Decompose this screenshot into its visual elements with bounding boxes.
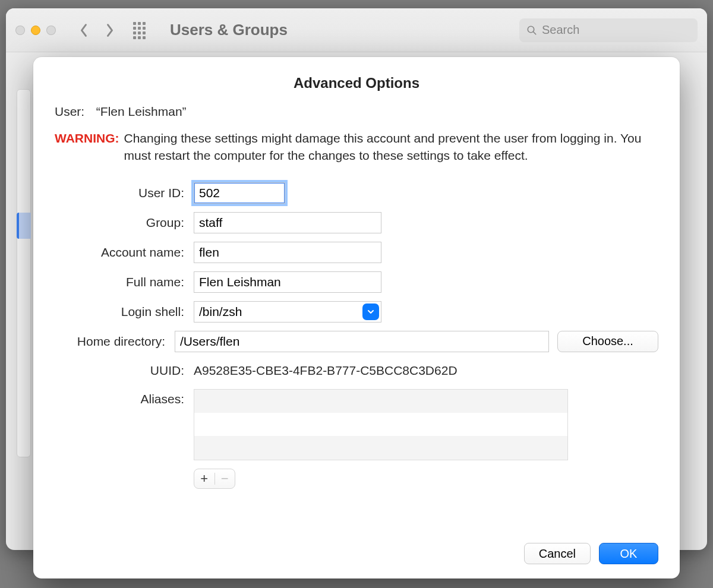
aliases-label: Aliases: bbox=[57, 389, 194, 409]
full-name-input[interactable] bbox=[194, 271, 381, 293]
user-line: User: “Flen Leishman” bbox=[55, 105, 658, 119]
chevron-right-icon bbox=[106, 23, 114, 37]
account-name-input[interactable] bbox=[194, 242, 381, 263]
window-title: Users & Groups bbox=[170, 21, 288, 39]
choose-button[interactable]: Choose... bbox=[557, 331, 658, 352]
login-shell-dropdown[interactable] bbox=[362, 304, 379, 320]
add-alias-button[interactable]: + bbox=[194, 469, 214, 488]
user-name: “Flen Leishman” bbox=[96, 105, 187, 118]
back-button[interactable] bbox=[75, 18, 93, 42]
search-field[interactable]: Search bbox=[519, 18, 698, 42]
ok-button[interactable]: OK bbox=[599, 543, 658, 564]
login-shell-combobox[interactable] bbox=[194, 301, 381, 323]
window-controls bbox=[15, 26, 56, 35]
cancel-button[interactable]: Cancel bbox=[524, 543, 591, 564]
aliases-list[interactable] bbox=[194, 389, 568, 460]
minimize-icon[interactable] bbox=[31, 26, 40, 35]
titlebar: Users & Groups Search bbox=[6, 8, 707, 52]
uuid-label: UUID: bbox=[57, 361, 194, 381]
sheet-footer: Cancel OK bbox=[55, 531, 658, 564]
minus-icon: − bbox=[221, 471, 229, 486]
svg-line-1 bbox=[533, 31, 536, 34]
close-icon[interactable] bbox=[15, 26, 25, 35]
plus-icon: + bbox=[200, 471, 208, 486]
zoom-icon[interactable] bbox=[46, 26, 56, 35]
account-name-label: Account name: bbox=[57, 242, 194, 263]
sidebar bbox=[17, 89, 31, 457]
sheet-title: Advanced Options bbox=[55, 75, 658, 91]
warning-block: WARNING: Changing these settings might d… bbox=[55, 129, 658, 165]
sidebar-selection bbox=[17, 213, 31, 239]
user-id-input[interactable] bbox=[194, 182, 285, 204]
search-icon bbox=[526, 25, 537, 36]
full-name-label: Full name: bbox=[57, 272, 194, 292]
chevron-left-icon bbox=[80, 23, 88, 37]
group-input[interactable] bbox=[194, 212, 381, 233]
warning-text: Changing these settings might damage thi… bbox=[124, 129, 659, 165]
list-item[interactable] bbox=[194, 413, 567, 436]
login-shell-label: Login shell: bbox=[57, 302, 194, 322]
uuid-value: A9528E35-CBE3-4FB2-B777-C5BCC8C3D62D bbox=[194, 361, 458, 381]
forward-button[interactable] bbox=[101, 18, 119, 42]
home-dir-input[interactable] bbox=[175, 331, 549, 352]
alias-add-remove: + − bbox=[194, 469, 235, 489]
user-label: User: bbox=[55, 105, 93, 119]
home-dir-label: Home directory: bbox=[57, 331, 175, 352]
remove-alias-button[interactable]: − bbox=[215, 469, 235, 488]
grid-icon[interactable] bbox=[133, 22, 150, 39]
advanced-options-sheet: Advanced Options User: “Flen Leishman” W… bbox=[33, 57, 680, 578]
form: User ID: Group: Account name: Full name: bbox=[57, 182, 658, 489]
warning-label: WARNING: bbox=[55, 129, 119, 165]
chevron-down-icon bbox=[367, 308, 374, 315]
search-placeholder: Search bbox=[542, 23, 579, 37]
list-item[interactable] bbox=[194, 436, 567, 459]
user-id-label: User ID: bbox=[57, 183, 194, 203]
login-shell-input[interactable] bbox=[194, 301, 381, 323]
list-item[interactable] bbox=[194, 390, 567, 413]
group-label: Group: bbox=[57, 213, 194, 233]
